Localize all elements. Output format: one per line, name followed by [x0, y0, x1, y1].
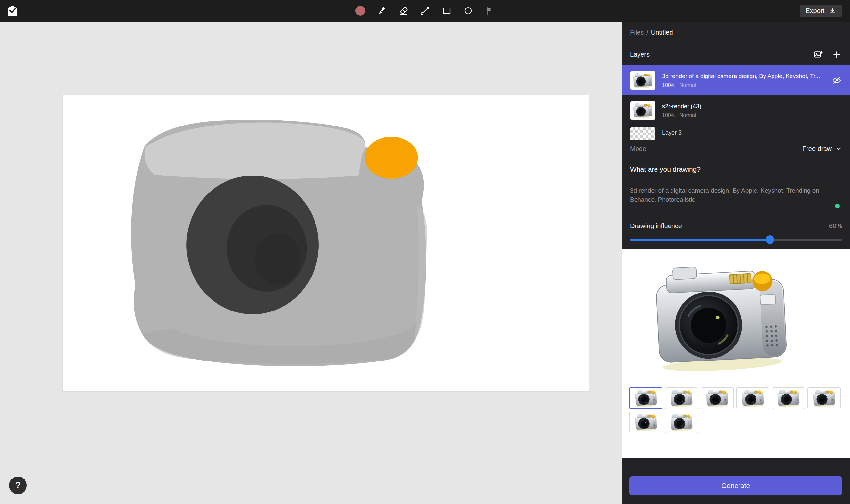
- chevron-down-icon: [835, 145, 842, 152]
- layer-opacity: 100%: [662, 83, 675, 88]
- gallery-thumbnail[interactable]: [772, 387, 805, 409]
- slider-fill: [630, 239, 770, 240]
- layer-thumbnail: [630, 101, 655, 120]
- brush-icon: [377, 6, 387, 16]
- workspace: ?: [0, 22, 622, 504]
- prompt-question: What are you drawing?: [630, 165, 842, 173]
- active-color-icon: [355, 6, 365, 16]
- layer-info: Layer 3: [662, 127, 842, 136]
- gallery-thumbnail[interactable]: [629, 412, 662, 433]
- flag-icon: [485, 6, 495, 16]
- ellipse-tool[interactable]: [462, 5, 474, 17]
- flag-tool[interactable]: [484, 5, 495, 17]
- brush-tool[interactable]: [376, 5, 388, 17]
- generate-section: Generate: [622, 458, 850, 504]
- tool-bar: [355, 0, 495, 22]
- influence-row: Drawing influence 60%: [630, 221, 842, 231]
- mode-row: Mode Free draw: [622, 140, 850, 157]
- add-image-layer-button[interactable]: [813, 49, 824, 60]
- line-icon: [420, 6, 430, 16]
- rectangle-tool[interactable]: [441, 5, 452, 17]
- prompt-status-dot: [835, 204, 839, 208]
- layer-visibility-toggle[interactable]: [831, 75, 842, 86]
- mode-label: Mode: [630, 145, 646, 152]
- breadcrumb-current: Untitled: [651, 29, 673, 36]
- line-tool[interactable]: [419, 5, 431, 17]
- breadcrumb-separator: /: [646, 29, 648, 36]
- layer-row-clipped[interactable]: Layer 3: [622, 126, 850, 140]
- right-sidebar: Files / Untitled Layers 3d render of a d…: [622, 22, 850, 504]
- gallery-thumbnail[interactable]: [736, 387, 769, 409]
- generate-button[interactable]: Generate: [629, 476, 842, 495]
- top-bar: Export: [0, 0, 850, 22]
- drawing-canvas[interactable]: [63, 95, 589, 391]
- breadcrumb-files-link[interactable]: Files: [630, 29, 644, 36]
- add-layer-button[interactable]: [831, 49, 842, 60]
- layer-thumbnail-transparent: [630, 127, 655, 140]
- mode-value: Free draw: [802, 145, 832, 152]
- layer-opacity: 100%: [662, 112, 675, 118]
- rectangle-icon: [442, 6, 451, 16]
- layer-name: Layer 3: [662, 129, 826, 136]
- generation-preview-panel: [622, 249, 850, 458]
- export-button[interactable]: Export: [800, 4, 842, 17]
- plus-icon: [832, 50, 842, 59]
- help-label: ?: [15, 481, 21, 491]
- gallery-thumbnail[interactable]: [665, 412, 698, 433]
- layer-blend-mode: Normal: [679, 83, 697, 88]
- color-swatch[interactable]: [355, 5, 366, 17]
- layer-info: s2r-render (43) 100% Normal: [662, 103, 842, 118]
- image-add-icon: [813, 50, 823, 59]
- export-label: Export: [806, 7, 825, 15]
- canvas-sketch: [63, 95, 589, 391]
- gallery-thumbnail[interactable]: [701, 387, 734, 409]
- influence-value: 60%: [829, 222, 842, 230]
- layer-blend-mode: Normal: [679, 112, 697, 118]
- layer-name: 3d render of a digital camera design, By…: [662, 73, 826, 80]
- influence-label: Drawing influence: [630, 222, 682, 230]
- breadcrumb: Files / Untitled: [622, 22, 850, 43]
- layer-row[interactable]: s2r-render (43) 100% Normal: [622, 95, 850, 126]
- prompt-input[interactable]: 3d render of a digital camera design, By…: [630, 186, 837, 204]
- ellipse-icon: [463, 6, 473, 16]
- influence-slider[interactable]: [630, 235, 842, 244]
- layer-info: 3d render of a digital camera design, By…: [662, 73, 831, 88]
- layers-title: Layers: [630, 51, 650, 58]
- eye-off-icon: [832, 76, 841, 85]
- gallery-thumbnail[interactable]: [665, 387, 698, 409]
- generated-image-preview: [644, 258, 798, 376]
- slider-thumb[interactable]: [766, 235, 774, 244]
- help-button[interactable]: ?: [9, 476, 27, 494]
- gallery-thumbnail[interactable]: [808, 387, 840, 409]
- eraser-tool[interactable]: [398, 5, 409, 17]
- download-icon: [828, 7, 836, 15]
- mode-select[interactable]: Free draw: [802, 145, 842, 152]
- layer-thumbnail: [630, 71, 655, 90]
- generation-gallery: [629, 387, 845, 433]
- layer-name: s2r-render (43): [662, 103, 826, 110]
- gallery-thumbnail-selected[interactable]: [629, 387, 662, 409]
- eraser-icon: [399, 6, 408, 16]
- app-logo-icon[interactable]: [6, 4, 19, 17]
- layer-row-selected[interactable]: 3d render of a digital camera design, By…: [622, 65, 850, 95]
- layers-header: Layers: [622, 43, 850, 65]
